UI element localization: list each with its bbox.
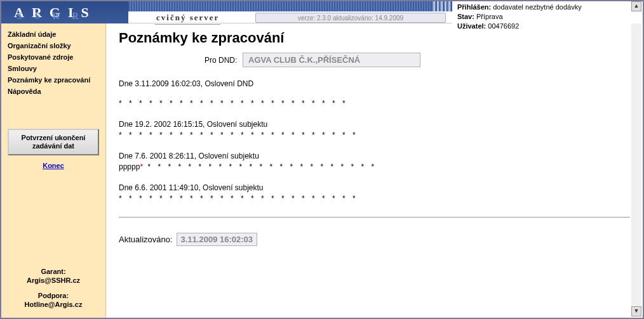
note-prefix: ppppp (119, 162, 140, 171)
support-label: Podpora: (8, 291, 99, 300)
sidebar: Základní údaje Organizační složky Poskyt… (1, 23, 106, 318)
note-entry: Dne 6.6. 2001 11:49:10, Oslovení subjekt… (119, 183, 630, 204)
note-line: Dne 6.6. 2001 11:49:10, Oslovení subjekt… (119, 183, 630, 193)
note-entry: Dne 7.6. 2001 8:26:11, Oslovení subjektu… (119, 151, 630, 173)
note-stars: * * * * * * * * * * * * * * * * * * * * … (143, 162, 377, 171)
scroll-down-icon[interactable]: ▼ (631, 306, 641, 316)
page-title: Poznámky ke zpracování (119, 30, 630, 46)
note-stars: * * * * * * * * * * * * * * * * * * * * … (119, 193, 630, 204)
garant-label: Garant: (8, 267, 99, 276)
note-line: Dne 3.11.2009 16:02:03, Oslovení DND (119, 79, 630, 89)
notes-list: Dne 3.11.2009 16:02:03, Oslovení DND * *… (119, 79, 630, 204)
state-label: Stav: (457, 13, 474, 20)
state-value: Příprava (476, 13, 503, 20)
dnd-field-value: AGVA CLUB Č.K.,PŘÍSEČNÁ (243, 53, 420, 67)
separator (119, 217, 630, 218)
main-content: Poznámky ke zpracování Pro DND: AGVA CLU… (106, 23, 643, 318)
sidebar-item-help[interactable]: Nápověda (8, 86, 99, 97)
updated-value: 3.11.2009 16:02:03 (177, 233, 257, 246)
note-stars: * * * * * * * * * * * * * * * * * * * * … (119, 98, 630, 109)
updated-row: Aktualizováno: 3.11.2009 16:02:03 (119, 233, 630, 246)
login-value: dodavatel nezbytné dodávky (493, 3, 581, 11)
dnd-field-label: Pro DND: (205, 56, 243, 65)
confirm-end-button[interactable]: Potvrzení ukončení zadávání dat (8, 129, 99, 155)
version-box: verze: 2.3.0 aktualizováno: 14.9.2009 (255, 13, 446, 23)
note-line: Dne 7.6. 2001 8:26:11, Oslovení subjektu (119, 151, 630, 162)
header-user-info: Přihlášen: dodavatel nezbytné dodávky St… (452, 1, 643, 23)
header-stripe (128, 1, 452, 11)
login-label: Přihlášen: (457, 3, 491, 11)
dnd-field-row: Pro DND: AGVA CLUB Č.K.,PŘÍSEČNÁ (205, 53, 630, 67)
sidebar-item-contracts[interactable]: Smlouvy (8, 63, 99, 74)
konec-link[interactable]: Konec (8, 162, 99, 169)
scroll-up-icon[interactable]: ▲ (631, 1, 641, 11)
sidebar-item-resources[interactable]: Poskytované zdroje (8, 51, 99, 63)
header: ARGIS SSHR cvičný server verze: 2.3.0 ak… (1, 1, 643, 23)
logo-subtext: SSHR (17, 11, 91, 22)
sidebar-footer: Garant: Argis@SSHR.cz Podpora: Hotline@A… (8, 261, 99, 313)
support-value: Hotline@Argis.cz (8, 300, 99, 309)
note-entry: Dne 19.2. 2002 16:15:15, Oslovení subjek… (119, 119, 630, 141)
note-stars: * * * * * * * * * * * * * * * * * * * * … (119, 130, 630, 141)
note-stars-line: ppppp* * * * * * * * * * * * * * * * * *… (119, 162, 630, 173)
header-middle: cvičný server verze: 2.3.0 aktualizováno… (128, 1, 452, 23)
logo-area: ARGIS SSHR (1, 1, 128, 23)
scrollbar[interactable]: ▼ (631, 23, 641, 316)
garant-value: Argis@SSHR.cz (8, 276, 99, 285)
note-entry: Dne 3.11.2009 16:02:03, Oslovení DND * *… (119, 79, 630, 109)
sidebar-item-org[interactable]: Organizační složky (8, 40, 99, 51)
note-line: Dne 19.2. 2002 16:15:15, Oslovení subjek… (119, 119, 630, 130)
updated-label: Aktualizováno: (119, 235, 173, 244)
sidebar-item-basic[interactable]: Základní údaje (8, 29, 99, 40)
sidebar-item-notes[interactable]: Poznámky ke zpracování (8, 74, 99, 86)
